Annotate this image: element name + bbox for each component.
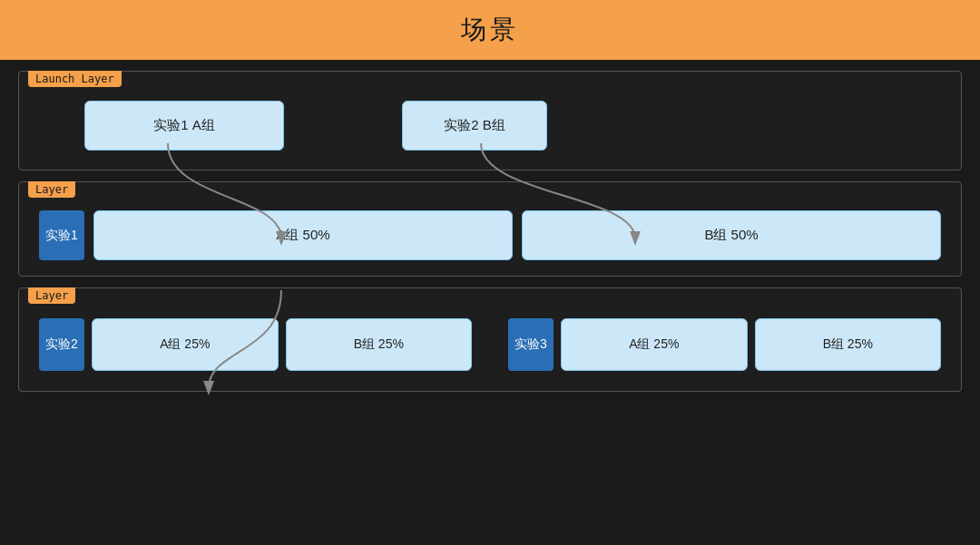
launch-layer-box: Launch Layer 实验1 A组 实验2 B组: [18, 71, 962, 170]
layer1-group-a: A组 50%: [93, 210, 513, 260]
exp3-block: 实验3 A组 25% B组 25%: [508, 318, 941, 371]
exp2-block: 实验2 A组 25% B组 25%: [39, 318, 472, 371]
exp2-group-a: A组 25%: [92, 318, 279, 371]
layer1-content: 实验1 A组 50% B组 50%: [30, 202, 950, 268]
launch-layer-content: 实验1 A组 实验2 B组: [30, 92, 950, 160]
launch-layer-label: Launch Layer: [28, 71, 122, 87]
scene-header: 场景: [0, 0, 980, 60]
exp3-group-a: A组 25%: [561, 318, 748, 371]
layer1-group-b: B组 50%: [522, 210, 941, 260]
exp3-tag: 实验3: [508, 318, 554, 371]
layer1-box: Layer 实验1 A组 50% B组 50%: [18, 181, 962, 277]
launch-exp-a-box: 实验1 A组: [84, 101, 284, 151]
scene-title: 场景: [461, 15, 519, 44]
layer1-label: Layer: [28, 181, 75, 198]
layer2-label: Layer: [28, 287, 75, 304]
main-container: Launch Layer 实验1 A组 实验2 B组 Layer 实验1 A组 …: [0, 60, 980, 403]
exp2-tag: 实验2: [39, 318, 84, 371]
layer2-content: 实验2 A组 25% B组 25% 实验3 A组 25% B组: [30, 308, 950, 381]
exp2-group-b: B组 25%: [286, 318, 473, 371]
exp3-group-b: B组 25%: [755, 318, 942, 371]
exp1-tag: 实验1: [39, 210, 84, 260]
launch-exp-b-box: 实验2 B组: [402, 101, 547, 151]
layer2-box: Layer 实验2 A组 25% B组 25% 实验3: [18, 287, 962, 392]
